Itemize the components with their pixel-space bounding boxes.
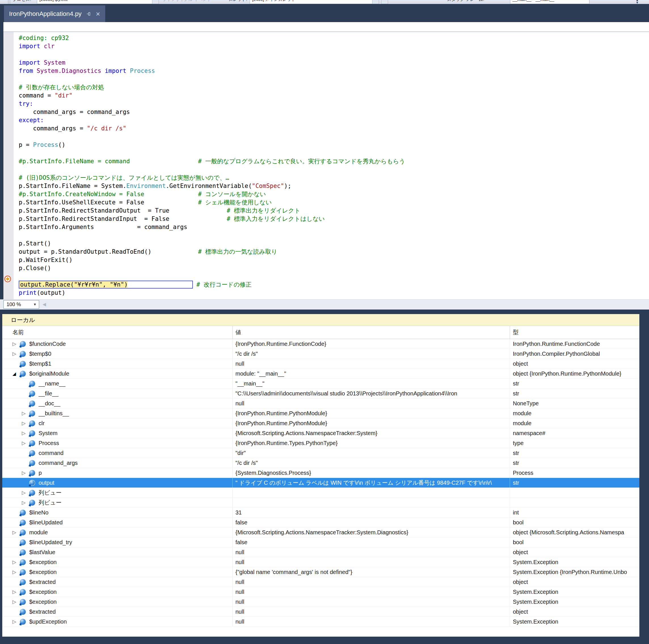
- code-line: from System.Diagnostics import Process: [19, 67, 405, 75]
- locals-row[interactable]: ▷$exceptionnullSystem.Exception: [2, 557, 639, 567]
- locals-row[interactable]: ▷$exception{"global name 'command_args' …: [2, 567, 639, 577]
- locals-row[interactable]: $lineUpdatedfalsebool: [2, 517, 639, 527]
- document-tab[interactable]: IronPythonApplication4.py ×: [4, 5, 105, 22]
- lifecycle-icon[interactable]: [152, 0, 159, 4]
- locals-row[interactable]: $extractednullobject: [2, 607, 639, 617]
- variable-icon: [29, 381, 35, 386]
- pin-icon[interactable]: [86, 11, 91, 16]
- zoom-select[interactable]: 100 % ▼: [3, 300, 39, 309]
- stack-frame-combo[interactable]: __main__ __main__: [510, 0, 590, 4]
- locals-row[interactable]: command_args"/c dir /s"str: [2, 458, 639, 468]
- code-line: p.StartInfo.RedirectStandardOutput = Tru…: [19, 206, 405, 215]
- variable-value: {System.Diagnostics.Process}: [232, 468, 510, 477]
- lifecycle-label: ライフサイクル イベント: [162, 0, 211, 3]
- expand-arrow-icon[interactable]: ▷: [22, 410, 29, 416]
- toolbar-grip-icon[interactable]: [8, 0, 10, 4]
- variable-value: "dir": [232, 448, 510, 458]
- locals-row[interactable]: ▷$temp$0"/c dir /s"IronPython.Compiler.P…: [2, 349, 639, 359]
- locals-row[interactable]: __doc__nullNoneType: [2, 399, 639, 408]
- locals-row[interactable]: ▷Process{IronPython.Runtime.Types.Python…: [2, 438, 639, 448]
- current-statement-icon: [4, 275, 11, 284]
- variable-type: object {Microsoft.Scripting.Actions.Name…: [510, 527, 639, 537]
- variable-type: [510, 498, 639, 507]
- expand-arrow-icon[interactable]: ▷: [12, 599, 20, 605]
- locals-row[interactable]: $lineUpdated_tryfalsebool: [2, 538, 639, 547]
- code-line: #coding: cp932: [19, 34, 405, 42]
- thread-flag-icon[interactable]: [372, 0, 379, 4]
- scroll-left-icon[interactable]: ◀: [43, 302, 46, 307]
- locals-row[interactable]: $extractednullobject: [2, 577, 639, 587]
- column-header-name[interactable]: 名前: [2, 326, 232, 339]
- variable-name: command: [39, 450, 63, 456]
- expand-arrow-icon[interactable]: ▷: [22, 440, 29, 446]
- code-line: [19, 166, 405, 174]
- variable-icon: [20, 351, 26, 357]
- locals-row[interactable]: $temp$1nullobject: [2, 359, 639, 369]
- thread-toggle-icon[interactable]: [381, 0, 388, 4]
- expand-arrow-icon[interactable]: ▷: [12, 619, 20, 625]
- locals-row[interactable]: ▷$updExceptionnullSystem.Exception: [2, 617, 639, 627]
- column-header-value[interactable]: 値: [232, 326, 510, 339]
- variable-type: bool: [510, 538, 639, 547]
- locals-row[interactable]: output" ドライブ C のボリューム ラベルは WIN です\r\n ボリ…: [2, 478, 639, 488]
- process-combo[interactable]: [26000] ipy.exe: [37, 0, 153, 4]
- expand-arrow-icon[interactable]: ▷: [12, 589, 20, 595]
- locals-title[interactable]: ローカル: [2, 314, 639, 326]
- locals-row[interactable]: ▷列ビュー: [2, 498, 639, 508]
- locals-row[interactable]: $lastValuenullobject: [2, 547, 639, 557]
- h-scrollbar[interactable]: ◀: [40, 300, 649, 310]
- breakpoint-gutter[interactable]: [3, 32, 14, 299]
- code-editor[interactable]: #coding: cp932import clrimport Systemfro…: [3, 32, 649, 299]
- locals-bottom-border: [0, 637, 649, 644]
- locals-row[interactable]: ▷列ビュー: [2, 488, 639, 498]
- variable-icon: [20, 519, 26, 525]
- toolbar-overflow-icon[interactable]: ▲▼: [636, 0, 639, 4]
- variable-name: p: [39, 470, 42, 476]
- expand-arrow-icon[interactable]: ▷: [22, 500, 29, 506]
- variable-type: object: [510, 577, 639, 587]
- expand-arrow-icon[interactable]: ▷: [12, 351, 20, 357]
- locals-row[interactable]: ▷$exceptionnullSystem.Exception: [2, 597, 639, 607]
- expand-arrow-icon[interactable]: ▷: [12, 559, 20, 565]
- locals-row[interactable]: ▷System{Microsoft.Scripting.Actions.Name…: [2, 428, 639, 438]
- expand-arrow-icon[interactable]: ▷: [22, 490, 29, 496]
- locals-row[interactable]: __name__"__main__"str: [2, 379, 639, 388]
- expand-arrow-icon[interactable]: ▷: [22, 430, 29, 436]
- variable-name: $exception: [29, 599, 57, 605]
- variable-name: $temp$1: [29, 361, 51, 367]
- locals-row[interactable]: ◢$originalModulemodule: "__main__"object…: [2, 369, 639, 379]
- variable-name: $lastValue: [29, 549, 55, 556]
- expand-arrow-icon[interactable]: ▷: [12, 341, 20, 347]
- column-header-type[interactable]: 型: [510, 326, 639, 339]
- code-line: output.Replace("¥r¥r¥n", "¥n") # 改行コードの修…: [19, 281, 405, 289]
- expand-arrow-icon[interactable]: ▷: [22, 420, 29, 426]
- expand-arrow-icon[interactable]: ▷: [12, 569, 20, 575]
- locals-row[interactable]: ▷__builtins__{IronPython.Runtime.PythonM…: [2, 408, 639, 418]
- locals-row[interactable]: ▷p{System.Diagnostics.Process}Process: [2, 468, 639, 478]
- variable-name: $extracted: [29, 608, 56, 615]
- variable-type: NoneType: [510, 399, 639, 408]
- debug-location-toolbar: プロセス: [26000] ipy.exe ライフサイクル イベント スレッド:…: [0, 0, 649, 4]
- variable-icon: [29, 420, 35, 426]
- editor-nav-bar[interactable]: [0, 22, 649, 32]
- locals-row[interactable]: ▷clr{IronPython.Runtime.PythonModule}mod…: [2, 418, 639, 428]
- expand-arrow-icon[interactable]: ▷: [22, 470, 29, 476]
- expand-arrow-icon[interactable]: ◢: [12, 371, 20, 376]
- locals-row[interactable]: command"dir"str: [2, 448, 639, 458]
- locals-row[interactable]: ▷module{Microsoft.Scripting.Actions.Name…: [2, 527, 639, 538]
- variable-value: "__main__": [232, 379, 510, 388]
- locals-row[interactable]: ▷$functionCode{IronPython.Runtime.Functi…: [2, 339, 639, 349]
- thread-combo[interactable]: [2466] メインスレッド: [250, 0, 373, 4]
- window-splitter[interactable]: [0, 310, 649, 314]
- locals-row[interactable]: $lineNo31int: [2, 508, 639, 517]
- variable-name: __name__: [39, 380, 66, 387]
- variable-type: object: [510, 607, 639, 616]
- variable-name: 列ビュー: [39, 489, 61, 497]
- variable-value: null: [232, 547, 510, 557]
- locals-row[interactable]: ▷$exceptionnullSystem.Exception: [2, 587, 639, 597]
- code-line: p.WaitForExit(): [19, 256, 405, 264]
- locals-row[interactable]: __file__"C:\\Users\\admin\\documents\\vi…: [2, 388, 639, 399]
- close-icon[interactable]: ×: [96, 10, 100, 17]
- variable-value: 31: [232, 508, 510, 517]
- expand-arrow-icon[interactable]: ▷: [12, 530, 20, 536]
